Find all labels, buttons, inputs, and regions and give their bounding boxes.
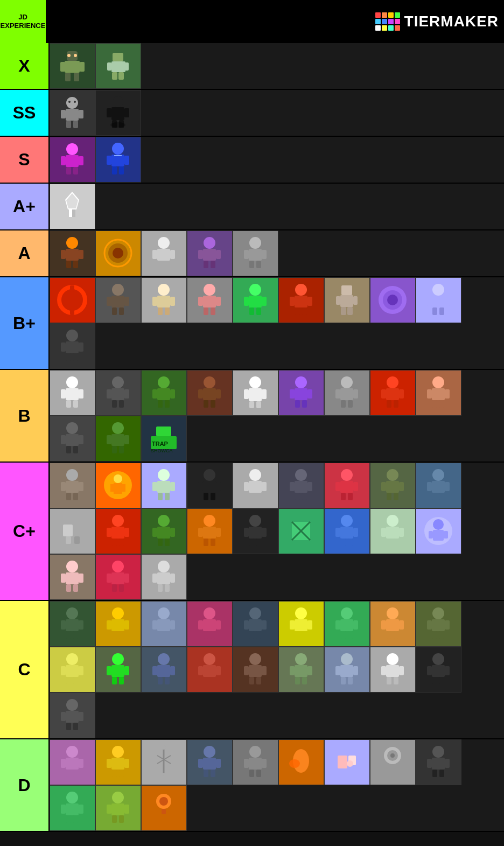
list-item[interactable] [187, 647, 233, 693]
list-item[interactable] [50, 693, 95, 738]
list-item[interactable] [95, 43, 141, 89]
list-item[interactable] [233, 277, 278, 323]
list-item[interactable] [50, 184, 95, 229]
list-item[interactable] [233, 739, 278, 785]
list-item[interactable] [416, 370, 461, 416]
svg-point-67 [249, 237, 261, 249]
list-item[interactable] [233, 370, 278, 416]
list-item[interactable] [141, 601, 187, 647]
list-item[interactable] [95, 416, 141, 462]
list-item[interactable] [324, 463, 370, 508]
list-item[interactable] [370, 463, 416, 508]
svg-rect-422 [432, 677, 437, 684]
list-item[interactable] [141, 370, 187, 416]
list-item[interactable] [50, 554, 95, 600]
list-item[interactable] [141, 277, 187, 323]
list-item[interactable] [187, 370, 233, 416]
list-item[interactable] [324, 647, 370, 693]
svg-rect-474 [66, 803, 79, 815]
list-item[interactable] [416, 601, 461, 647]
list-item[interactable] [370, 647, 416, 693]
list-item[interactable] [95, 785, 141, 831]
list-item[interactable] [95, 601, 141, 647]
list-item[interactable] [324, 508, 370, 554]
list-item[interactable] [50, 137, 95, 183]
list-item[interactable] [233, 601, 278, 647]
list-item[interactable] [50, 463, 95, 508]
list-item[interactable] [416, 463, 461, 508]
list-item[interactable] [50, 90, 95, 136]
list-item[interactable] [50, 601, 95, 647]
list-item[interactable] [95, 370, 141, 416]
list-item[interactable] [187, 463, 233, 508]
list-item[interactable] [50, 416, 95, 462]
svg-rect-119 [432, 307, 437, 315]
list-item[interactable] [95, 230, 141, 276]
list-item[interactable] [324, 277, 370, 323]
list-item[interactable] [95, 739, 141, 785]
svg-rect-351 [302, 631, 307, 639]
list-item[interactable] [278, 277, 324, 323]
svg-rect-66 [211, 261, 215, 268]
list-item[interactable] [324, 601, 370, 647]
list-item[interactable] [278, 463, 324, 508]
list-item[interactable] [141, 785, 187, 831]
list-item[interactable] [278, 508, 324, 554]
list-item[interactable] [278, 647, 324, 693]
list-item[interactable] [50, 43, 95, 89]
list-item[interactable] [50, 785, 95, 831]
list-item[interactable] [370, 508, 416, 554]
list-item[interactable] [278, 739, 324, 785]
tier-label-bplus: B+ [0, 277, 48, 369]
svg-rect-92 [204, 307, 208, 315]
list-item[interactable] [233, 647, 278, 693]
list-item[interactable] [187, 739, 233, 785]
list-item[interactable] [141, 508, 187, 554]
list-item[interactable] [141, 230, 187, 276]
list-item[interactable] [187, 508, 233, 554]
list-item[interactable] [370, 277, 416, 323]
svg-rect-471 [432, 770, 437, 777]
list-item[interactable] [50, 508, 95, 554]
svg-rect-383 [157, 665, 170, 677]
list-item[interactable] [141, 647, 187, 693]
list-item[interactable] [95, 508, 141, 554]
list-item[interactable] [50, 647, 95, 693]
list-item[interactable] [95, 90, 141, 136]
list-item[interactable] [141, 463, 187, 508]
list-item[interactable] [95, 277, 141, 323]
list-item[interactable] [50, 739, 95, 785]
list-item[interactable] [416, 739, 461, 785]
list-item[interactable] [278, 601, 324, 647]
list-item[interactable] [416, 647, 461, 693]
list-item[interactable] [233, 463, 278, 508]
list-item[interactable] [233, 508, 278, 554]
list-item[interactable] [324, 370, 370, 416]
list-item[interactable] [95, 463, 141, 508]
list-item[interactable] [95, 554, 141, 600]
list-item[interactable] [187, 277, 233, 323]
tier-label-x: X [0, 43, 48, 89]
svg-rect-69 [244, 250, 249, 259]
list-item[interactable] [324, 739, 370, 785]
svg-rect-118 [445, 297, 450, 306]
list-item[interactable] [187, 230, 233, 276]
list-item[interactable] [416, 277, 461, 323]
list-item[interactable] [50, 370, 95, 416]
svg-rect-32 [79, 156, 83, 165]
list-item[interactable] [50, 277, 95, 323]
list-item[interactable] [141, 554, 187, 600]
list-item[interactable] [50, 230, 95, 276]
list-item[interactable] [50, 323, 95, 369]
list-item[interactable] [370, 370, 416, 416]
list-item[interactable] [233, 230, 278, 276]
list-item[interactable] [370, 601, 416, 647]
list-item[interactable]: TRAP SHOWCA [141, 416, 187, 462]
list-item[interactable] [95, 647, 141, 693]
list-item[interactable] [278, 370, 324, 416]
list-item[interactable] [370, 739, 416, 785]
list-item[interactable] [95, 137, 141, 183]
list-item[interactable] [141, 739, 187, 785]
list-item[interactable] [187, 601, 233, 647]
list-item[interactable] [416, 508, 461, 554]
